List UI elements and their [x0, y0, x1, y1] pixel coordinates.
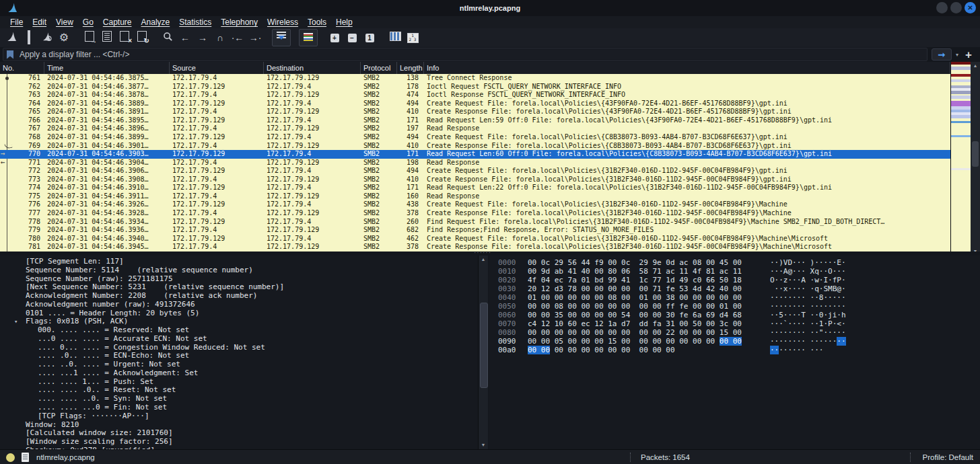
detail-line[interactable]: .... ...1 .... = Acknowledgment: Set: [0, 369, 478, 378]
capture-comment-icon[interactable]: [22, 453, 29, 462]
menu-analyze[interactable]: Analyze: [137, 17, 175, 27]
hex-row[interactable]: 0070c4 12 10 60 ec 12 1a d7 dd fa 31 00 …: [489, 319, 980, 328]
detail-line[interactable]: 0101 .... = Header Length: 20 bytes (5): [0, 309, 478, 318]
menu-telephony[interactable]: Telephony: [216, 17, 262, 27]
hex-ascii[interactable]: ········ ··"·····: [770, 328, 846, 337]
hex-row[interactable]: 001000 9d ab 41 40 00 80 06 58 71 ac 11 …: [489, 267, 980, 276]
filter-dropdown-caret-icon[interactable]: ▾: [956, 52, 958, 58]
capture-options-button[interactable]: ⚙: [55, 30, 73, 46]
hex-bytes[interactable]: 01 00 00 00 00 00 08 00 01 00 38 00 00 0…: [528, 293, 757, 302]
restart-capture-button[interactable]: [38, 30, 55, 46]
menu-go[interactable]: Go: [78, 17, 98, 27]
column-header-protocol[interactable]: Protocol: [361, 62, 397, 74]
hex-row[interactable]: 00204f 04 ec 7a 01 bd 99 41 1c 77 1d 49 …: [489, 276, 980, 284]
hex-ascii[interactable]: ········ ···: [770, 346, 823, 354]
profile-indicator[interactable]: Profile: Default: [923, 450, 973, 464]
detail-line[interactable]: .... .... ..0. = Syn: Not set: [0, 395, 478, 403]
detail-line[interactable]: [Window size scaling factor: 256]: [0, 438, 478, 447]
hex-row[interactable]: 008000 00 00 00 00 00 00 00 00 00 22 00 …: [489, 328, 980, 337]
reload-file-button[interactable]: ↻: [133, 30, 151, 46]
hex-bytes[interactable]: 00 00 05 00 00 00 15 00 00 00 00 00 00 0…: [528, 337, 757, 346]
detail-line[interactable]: Acknowledgment Number: 2208 (relative ac…: [0, 292, 478, 301]
detail-line[interactable]: .... .... .0.. = Reset: Not set: [0, 386, 478, 395]
hex-ascii[interactable]: O··z···A ·w·I·fP·: [770, 276, 846, 284]
minimize-button[interactable]: [936, 2, 948, 13]
detail-line[interactable]: Acknowledgment number (raw): 491372646: [0, 301, 478, 309]
go-to-packet-button[interactable]: ∩: [211, 30, 229, 46]
zoom-out-button[interactable]: −: [343, 30, 361, 46]
details-scroll-thumb[interactable]: [480, 303, 488, 388]
bookmark-icon[interactable]: [7, 50, 13, 59]
packet-row-770[interactable]: 7702024-07-31 04:54:46.3903…172.17.79.12…: [0, 150, 950, 159]
detail-line[interactable]: Window: 8210: [0, 421, 478, 430]
close-button[interactable]: ✕: [965, 2, 976, 13]
go-forward-button[interactable]: →: [194, 30, 211, 46]
packet-list-scrollbar[interactable]: ▲ ▼: [971, 62, 980, 256]
go-back-button[interactable]: ←: [176, 30, 194, 46]
detail-line[interactable]: .... .0.. .... = ECN-Echo: Not set: [0, 352, 478, 360]
packet-row-767[interactable]: 7672024-07-31 04:54:46.3896…172.17.79.41…: [0, 124, 950, 133]
column-header-destination[interactable]: Destination: [264, 62, 361, 74]
packet-row-766[interactable]: 7662024-07-31 04:54:46.3895…172.17.79.12…: [0, 116, 950, 125]
detail-line[interactable]: Sequence Number (raw): 2571181175: [0, 275, 478, 284]
display-filter-input[interactable]: [18, 49, 923, 60]
expert-info-icon[interactable]: [6, 453, 15, 462]
scroll-up-icon[interactable]: ▲: [479, 256, 488, 264]
colorize-packets-button[interactable]: [299, 29, 318, 46]
detail-line[interactable]: ▾Flags: 0x018 (PSH, ACK): [0, 317, 478, 326]
packet-row-775[interactable]: 7752024-07-31 04:54:46.3911…172.17.79.41…: [0, 192, 950, 201]
detail-line[interactable]: Sequence Number: 5114 (relative sequence…: [0, 266, 478, 275]
packet-row-761[interactable]: 7612024-07-31 04:54:46.3875…172.17.79.41…: [0, 74, 950, 83]
menu-statistics[interactable]: Statistics: [174, 17, 216, 27]
add-filter-button[interactable]: +: [963, 49, 975, 61]
hex-bytes[interactable]: 20 12 d3 78 00 00 00 00 00 71 fe 53 4d 4…: [528, 284, 757, 293]
go-first-packet-button[interactable]: ·←: [229, 30, 246, 46]
close-file-button[interactable]: ×: [116, 30, 133, 46]
menu-wireless[interactable]: Wireless: [262, 17, 303, 27]
packet-row-769[interactable]: 7692024-07-31 04:54:46.3901…172.17.79.41…: [0, 142, 950, 151]
column-header-source[interactable]: Source: [170, 62, 264, 74]
numbered-columns-button[interactable]: 12 3: [404, 30, 421, 46]
menu-tools[interactable]: Tools: [303, 17, 331, 27]
stop-capture-button[interactable]: [20, 30, 38, 46]
hex-ascii[interactable]: ··x···· ·q·SMB@·: [770, 284, 846, 293]
hex-ascii[interactable]: ···`···· ··1·P·<·: [770, 319, 846, 328]
hex-ascii[interactable]: ···A@··· Xq··O···: [770, 267, 846, 276]
intelligent-scrollbar-minimap[interactable]: [950, 62, 971, 256]
hex-row[interactable]: 005000 00 08 00 00 00 00 00 00 00 ff fe …: [489, 302, 980, 311]
hex-row[interactable]: 006000 00 35 00 00 00 00 54 00 00 30 fe …: [489, 311, 980, 319]
save-file-button[interactable]: [98, 30, 116, 46]
hex-bytes[interactable]: 00 00 00 00 00 00 00 00 00 00 00: [528, 346, 757, 354]
window-titlebar[interactable]: ntlmrelay.pcapng ✕: [0, 0, 980, 16]
detail-line[interactable]: .... .... ...0 = Fin: Not set: [0, 403, 478, 412]
hex-ascii[interactable]: ··5····T ··0·ji·h: [770, 311, 846, 319]
packet-row-765[interactable]: 7652024-07-31 04:54:46.3891…172.17.79.41…: [0, 108, 950, 116]
packet-row-764[interactable]: 7642024-07-31 04:54:46.3889…172.17.79.12…: [0, 100, 950, 108]
hex-bytes[interactable]: c4 12 10 60 ec 12 1a d7 dd fa 31 00 50 0…: [528, 319, 757, 328]
packet-row-773[interactable]: 7732024-07-31 04:54:46.3908…172.17.79.41…: [0, 176, 950, 184]
hex-ascii[interactable]: ········ ········: [770, 302, 846, 311]
apply-filter-button[interactable]: ➞: [932, 48, 952, 61]
open-file-button[interactable]: →: [81, 30, 98, 46]
detail-line[interactable]: .... ..0. .... = Urgent: Not set: [0, 360, 478, 369]
scroll-up-icon[interactable]: ▲: [971, 62, 980, 70]
column-header-time[interactable]: Time: [44, 62, 170, 74]
scroll-down-icon[interactable]: ▼: [479, 441, 488, 449]
find-packet-button[interactable]: [159, 30, 176, 46]
packet-row-777[interactable]: 7772024-07-31 04:54:46.3928…172.17.79.41…: [0, 209, 950, 218]
auto-scroll-button[interactable]: [272, 29, 291, 46]
detail-line[interactable]: .... .... 1... = Push: Set: [0, 378, 478, 387]
zoom-100-button[interactable]: 1: [361, 30, 378, 46]
hex-ascii[interactable]: ········ ········: [770, 337, 846, 346]
go-last-packet-button[interactable]: →·: [246, 30, 264, 46]
maximize-button[interactable]: [950, 2, 962, 13]
detail-line[interactable]: .... 0... .... = Congestion Window Reduc…: [0, 344, 478, 352]
hex-row[interactable]: 009000 00 05 00 00 00 15 00 00 00 00 00 …: [489, 337, 980, 346]
packet-row-771[interactable]: 7712024-07-31 04:54:46.3904…172.17.79.41…: [0, 159, 950, 167]
menu-help[interactable]: Help: [331, 17, 357, 27]
column-header-info[interactable]: Info: [424, 62, 950, 74]
hex-bytes[interactable]: 00 00 35 00 00 00 00 54 00 00 30 fe 6a 6…: [528, 311, 757, 319]
packet-row-780[interactable]: 7802024-07-31 04:54:46.3940…172.17.79.12…: [0, 235, 950, 243]
hex-bytes[interactable]: 00 00 00 00 00 00 00 00 00 00 22 00 00 0…: [528, 328, 757, 337]
packet-row-774[interactable]: 7742024-07-31 04:54:46.3910…172.17.79.12…: [0, 184, 950, 192]
